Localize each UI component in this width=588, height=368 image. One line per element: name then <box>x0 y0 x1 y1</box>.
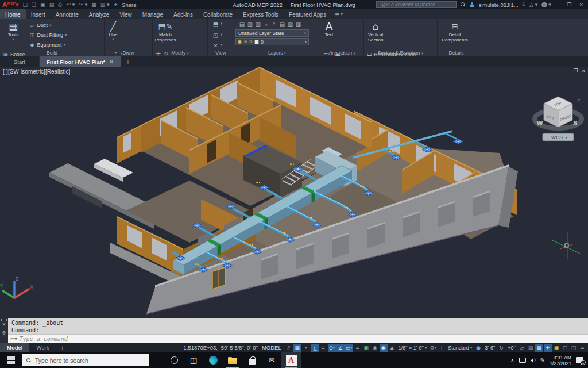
share-button[interactable]: Share <box>122 2 136 8</box>
taskbar-search[interactable] <box>22 354 149 366</box>
visual-style-icon[interactable]: ◰ <box>212 32 219 39</box>
space-toggle[interactable]: MODEL <box>262 344 281 351</box>
help-search-input[interactable] <box>376 1 457 8</box>
view-cube[interactable]: E N W S TOP LEFT FRONT WCS ▾ <box>532 83 587 146</box>
command-close-icon[interactable]: ✕ <box>2 321 6 327</box>
duct-fitting-button[interactable]: ◫ Duct Fitting▾ <box>29 31 70 39</box>
angle-value[interactable]: +0° <box>506 344 517 352</box>
annotation-monitor-icon[interactable]: ▤ <box>527 344 535 352</box>
store-button[interactable] <box>242 352 262 368</box>
quick-properties-icon[interactable]: ▱ <box>518 344 526 352</box>
properties-icon[interactable]: ▥ ▾ <box>100 2 110 7</box>
graphics-performance-icon[interactable]: ✈ <box>544 344 552 352</box>
autoscale-icon[interactable]: ◉ <box>380 344 388 352</box>
help-icon[interactable]: 🄌 ▾ <box>541 2 551 8</box>
search-icon[interactable] <box>461 2 465 7</box>
layer-unisolate-icon[interactable]: ▥ <box>255 21 261 28</box>
viewport-close-icon[interactable]: × <box>581 68 586 74</box>
app-menu-button[interactable]: AMEP▾ <box>2 1 19 9</box>
cart-icon[interactable]: ⌸ <box>523 2 525 8</box>
open-icon[interactable]: ❏ <box>32 2 36 7</box>
redo-icon[interactable]: ↷ ▾ <box>79 2 87 7</box>
tab-home[interactable]: Home <box>0 9 26 19</box>
layer-properties-icon[interactable]: ▤ <box>239 21 245 28</box>
action-center-icon[interactable]: 1 <box>576 357 583 363</box>
layer-bulb-icon[interactable]: ● <box>238 39 242 44</box>
equipment-button[interactable]: ◆ Equipment▾ <box>29 41 70 49</box>
views-cube-icon[interactable]: ⬒ <box>212 21 219 28</box>
drawing-viewport[interactable]: [-][SW Isometric][Realistic] – ❐ × <box>0 67 588 318</box>
workspace-switching-icon[interactable]: ⚙▾ <box>429 344 437 352</box>
annotation-visibility-icon[interactable]: ◉ <box>371 344 379 352</box>
tab-analyze[interactable]: Analyze <box>84 9 115 19</box>
command-customize-icon[interactable]: ⚙ <box>2 330 6 336</box>
layer-off-icon[interactable]: ⍖ <box>263 21 269 28</box>
panel-label-details[interactable]: Details <box>438 49 475 56</box>
workspace-icon[interactable]: ▦ <box>91 2 96 7</box>
rotation-icon[interactable]: ↻ <box>497 344 505 352</box>
duct-button[interactable]: ▱ Duct▾ <box>29 21 70 29</box>
file-tab-document[interactable]: First Floor HVAC Plan*× <box>40 56 121 67</box>
panel-label-section[interactable]: Section & Elevation ▾ <box>364 49 437 56</box>
layer-sun-icon[interactable]: ☀ <box>243 39 247 44</box>
vertical-section-button[interactable]: ⌂ Vertical Section <box>365 21 386 49</box>
pen-icon[interactable]: ✎ <box>540 357 545 363</box>
autocad-taskbar-button[interactable]: A <box>281 352 301 368</box>
panel-label-build[interactable]: Build <box>0 49 104 56</box>
viewport-controls-label[interactable]: [-][SW Isometric][Realistic] <box>3 68 70 75</box>
panel-label-view[interactable]: View <box>208 49 234 56</box>
isolate-objects-icon[interactable]: ▣ <box>552 344 560 352</box>
model-tab[interactable]: Model <box>0 343 29 352</box>
hardware-acceleration-icon[interactable]: ▦ <box>535 344 543 352</box>
new-icon[interactable]: □ <box>23 2 28 7</box>
taskbar-search-input[interactable] <box>35 357 127 364</box>
layer-isolate-icon[interactable]: ▥ <box>247 21 253 28</box>
viewport-minimize-icon[interactable]: – <box>567 68 570 74</box>
viewport-config-icon[interactable]: ✕ <box>212 43 219 49</box>
layer-color-swatch[interactable] <box>254 40 259 44</box>
current-layer-dropdown[interactable]: ● ☀ ⚿ 0 ▾ <box>235 38 309 45</box>
signed-in-user[interactable]: simulate.02JI1... <box>478 2 518 8</box>
command-input[interactable] <box>20 336 586 342</box>
start-button[interactable] <box>0 352 22 368</box>
elevation-sphere-icon[interactable]: ● <box>474 344 482 352</box>
task-view-button[interactable]: ◫ <box>184 352 203 368</box>
selection-cycling-icon[interactable]: ▣ <box>362 344 370 352</box>
taskbar-clock[interactable]: 3:31 AM 1/27/2021 <box>550 355 571 366</box>
ribbon-minimize-icon[interactable]: ▬ ▾ <box>335 9 343 19</box>
match-properties-button[interactable]: ▤✎ Match Properties <box>154 21 177 49</box>
object-snap-icon[interactable]: ▭▾ <box>345 344 353 352</box>
full-screen-icon[interactable]: ◱ <box>570 344 578 352</box>
tab-addins[interactable]: Add-ins <box>168 9 198 19</box>
command-grip-handle[interactable] <box>1 319 8 321</box>
annotation-scale-value[interactable]: 1/8" = 1'-0" ▾ <box>397 344 428 352</box>
snap-dropdown-icon[interactable]: ▾ <box>302 344 310 352</box>
panel-label-draw[interactable]: Draw <box>105 49 152 56</box>
plot-icon[interactable]: ⎙ <box>58 2 62 8</box>
layer-thaw-icon[interactable]: ▧ <box>287 21 293 28</box>
layer-lock-icon[interactable]: ▨ <box>295 21 301 28</box>
restore-button[interactable]: ❐ <box>565 2 573 7</box>
lineweight-icon[interactable]: ≡ <box>354 344 362 352</box>
saveas-icon[interactable]: ▤ <box>49 2 55 7</box>
hidden-icons-chevron[interactable]: ∧ <box>510 358 514 363</box>
clean-screen-icon[interactable]: ▢ <box>561 344 569 352</box>
volume-icon[interactable]: ) <box>531 358 536 363</box>
ortho-icon[interactable]: ∟ <box>319 344 327 352</box>
new-layout-button[interactable]: + <box>56 344 68 351</box>
cortana-button[interactable] <box>164 352 184 368</box>
save-icon[interactable]: ▣ <box>40 2 45 7</box>
tab-view[interactable]: View <box>114 9 137 19</box>
tab-insert[interactable]: Insert <box>26 9 51 19</box>
minimize-button[interactable]: – <box>555 2 562 7</box>
text-button[interactable]: A Text <box>322 21 336 49</box>
wcs-dropdown[interactable]: WCS ▾ <box>543 133 574 141</box>
detail-components-button[interactable]: ⊟ Detail Components <box>439 21 471 49</box>
mail-button[interactable]: ✉ <box>262 352 281 368</box>
panel-label-annotation[interactable]: Annotation ▾ <box>320 49 363 56</box>
tab-annotate[interactable]: Annotate <box>51 9 84 19</box>
tools-button[interactable]: ▦ Tools▾ <box>1 21 25 49</box>
new-tab-button[interactable]: + <box>121 56 135 67</box>
layer-unlock-icon[interactable]: ⚿ <box>249 39 253 45</box>
line-button[interactable]: ╱ Line▾ <box>106 21 121 49</box>
